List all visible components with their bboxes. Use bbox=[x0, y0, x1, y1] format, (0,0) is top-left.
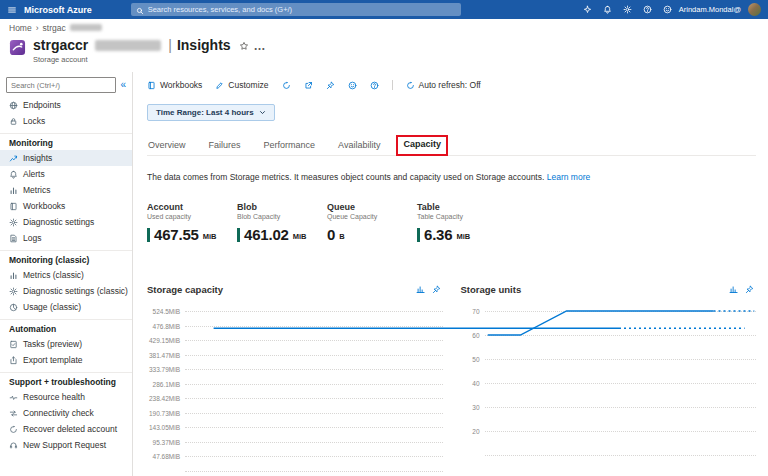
breadcrumb-current[interactable]: strgac bbox=[43, 23, 66, 33]
sidebar-item-label: Workbooks bbox=[23, 201, 65, 211]
metric-unit: B bbox=[339, 232, 344, 242]
learn-more-link[interactable]: Learn more bbox=[547, 172, 590, 182]
feedback-icon bbox=[348, 81, 357, 90]
sidebar-item-label: Metrics bbox=[23, 185, 50, 195]
bar-chart-icon[interactable] bbox=[416, 285, 425, 294]
toolbar-divider bbox=[392, 80, 393, 90]
export-icon bbox=[9, 356, 18, 365]
gridline bbox=[485, 455, 757, 456]
metric-spark-bar bbox=[417, 228, 420, 242]
sidebar-item-usage-classic[interactable]: Usage (classic) bbox=[0, 299, 132, 315]
y-axis-label: 70 bbox=[472, 308, 479, 315]
tab-failures[interactable]: Failures bbox=[208, 140, 242, 155]
tab-availability[interactable]: Availability bbox=[337, 140, 381, 155]
metric-subtitle: Blob Capacity bbox=[237, 213, 327, 220]
sidebar-item-recover-deleted-account[interactable]: Recover deleted account bbox=[0, 421, 132, 437]
sidebar-item-workbooks[interactable]: Workbooks bbox=[0, 198, 132, 214]
tab-capacity[interactable]: Capacity bbox=[402, 139, 442, 156]
sidebar-item-metrics[interactable]: Metrics bbox=[0, 182, 132, 198]
toolbar-auto-refresh-off[interactable]: Auto refresh: Off bbox=[406, 80, 481, 90]
hamburger-icon[interactable] bbox=[7, 5, 17, 15]
sidebar-item-label: Alerts bbox=[23, 169, 45, 179]
y-axis-label: 238.42MiB bbox=[149, 395, 180, 402]
settings-icon[interactable] bbox=[623, 5, 632, 14]
sidebar-item-label: Diagnostic settings (classic) bbox=[23, 286, 128, 296]
sidebar-item-alerts[interactable]: Alerts bbox=[0, 166, 132, 182]
sidebar-item-new-support-request[interactable]: New Support Request bbox=[0, 437, 132, 453]
chart-header: Storage units bbox=[461, 284, 757, 295]
tab-overview[interactable]: Overview bbox=[147, 140, 187, 155]
help-button[interactable] bbox=[370, 81, 379, 90]
sidebar-item-export-template[interactable]: Export template bbox=[0, 352, 132, 368]
endpoints-icon bbox=[9, 101, 18, 110]
chart-body: 706050403020 bbox=[461, 311, 757, 455]
account-name[interactable]: Arindam.Mondal@ bbox=[679, 5, 741, 14]
azure-brand[interactable]: Microsoft Azure bbox=[24, 5, 92, 15]
pin-icon[interactable] bbox=[432, 285, 441, 294]
insights-icon bbox=[9, 154, 18, 163]
sidebar-item-locks[interactable]: Locks bbox=[0, 113, 132, 129]
sidebar-item-tasks-preview[interactable]: Tasks (preview) bbox=[0, 336, 132, 352]
time-range-pill[interactable]: Time Range: Last 4 hours bbox=[147, 104, 275, 121]
y-axis-label: 30 bbox=[472, 404, 479, 411]
toolbar-workbooks[interactable]: Workbooks bbox=[147, 80, 202, 90]
pin-icon bbox=[326, 81, 335, 90]
metric-card-account: AccountUsed capacity467.55MiB bbox=[147, 202, 237, 242]
sidebar-item-logs[interactable]: Logs bbox=[0, 230, 132, 246]
y-axis-label: 286.1MiB bbox=[153, 380, 180, 387]
metric-spark-bar bbox=[237, 228, 240, 242]
sidebar-section-header: Monitoring (classic) bbox=[0, 250, 132, 267]
pin-icon[interactable] bbox=[745, 285, 754, 294]
capacity-metric-cards: AccountUsed capacity467.55MiBBlobBlob Ca… bbox=[147, 202, 756, 242]
chart-actions bbox=[416, 285, 443, 294]
y-axis-label: 190.73MiB bbox=[149, 409, 180, 416]
azure-portal-window: Microsoft Azure Arindam.Mondal@ Home › s… bbox=[0, 0, 768, 476]
time-range-label: Time Range: Last 4 hours bbox=[156, 108, 254, 117]
metric-unit: MiB bbox=[456, 232, 470, 242]
feedback-icon[interactable] bbox=[663, 5, 672, 14]
collapse-sidebar-button[interactable]: « bbox=[120, 80, 126, 90]
notifications-icon[interactable] bbox=[603, 5, 612, 14]
breadcrumb-home[interactable]: Home bbox=[9, 23, 32, 33]
sidebar-item-diagnostic-settings[interactable]: Diagnostic settings bbox=[0, 214, 132, 230]
metrics-icon bbox=[9, 271, 18, 280]
metric-value: 461.02MiB bbox=[237, 226, 327, 242]
sidebar-item-label: Diagnostic settings bbox=[23, 217, 94, 227]
more-icon[interactable]: … bbox=[254, 41, 267, 51]
copilot-icon[interactable] bbox=[583, 5, 592, 14]
help-icon bbox=[370, 81, 379, 90]
metrics-icon bbox=[9, 186, 18, 195]
y-axis-label: 47.68MiB bbox=[153, 453, 180, 460]
favorite-star-icon[interactable] bbox=[239, 41, 249, 51]
sidebar-search-input[interactable] bbox=[6, 77, 116, 93]
alerts-icon bbox=[9, 170, 18, 179]
sidebar-item-metrics-classic[interactable]: Metrics (classic) bbox=[0, 267, 132, 283]
global-search[interactable] bbox=[131, 3, 461, 16]
chart-series-line bbox=[485, 311, 757, 455]
sidebar-item-insights[interactable]: Insights bbox=[0, 150, 132, 166]
sidebar-item-connectivity-check[interactable]: Connectivity check bbox=[0, 405, 132, 421]
help-icon[interactable] bbox=[643, 5, 652, 14]
metric-subtitle: Table Capacity bbox=[417, 213, 507, 220]
gridline bbox=[185, 471, 443, 472]
sidebar-item-diagnostic-settings-classic[interactable]: Diagnostic settings (classic) bbox=[0, 283, 132, 299]
sidebar-item-label: Metrics (classic) bbox=[23, 270, 84, 280]
feedback-button[interactable] bbox=[348, 81, 357, 90]
pin-button[interactable] bbox=[326, 81, 335, 90]
tab-performance[interactable]: Performance bbox=[263, 140, 317, 155]
sidebar-item-endpoints[interactable]: Endpoints bbox=[0, 97, 132, 113]
bar-chart-icon[interactable] bbox=[729, 285, 738, 294]
chart-header: Storage capacity bbox=[147, 284, 443, 295]
toolbar-customize[interactable]: Customize bbox=[215, 80, 268, 90]
avatar[interactable] bbox=[748, 3, 761, 16]
y-axis-label: 95.37MiB bbox=[153, 438, 180, 445]
sidebar-item-label: Resource health bbox=[23, 392, 85, 402]
lock-icon bbox=[9, 117, 18, 126]
tasks-icon bbox=[9, 340, 18, 349]
metric-card-blob: BlobBlob Capacity461.02MiB bbox=[237, 202, 327, 242]
refresh-button[interactable] bbox=[282, 81, 291, 90]
share-button[interactable] bbox=[304, 81, 313, 90]
metric-number: 0 bbox=[327, 227, 335, 242]
sidebar-item-resource-health[interactable]: Resource health bbox=[0, 389, 132, 405]
global-search-input[interactable] bbox=[148, 5, 456, 14]
